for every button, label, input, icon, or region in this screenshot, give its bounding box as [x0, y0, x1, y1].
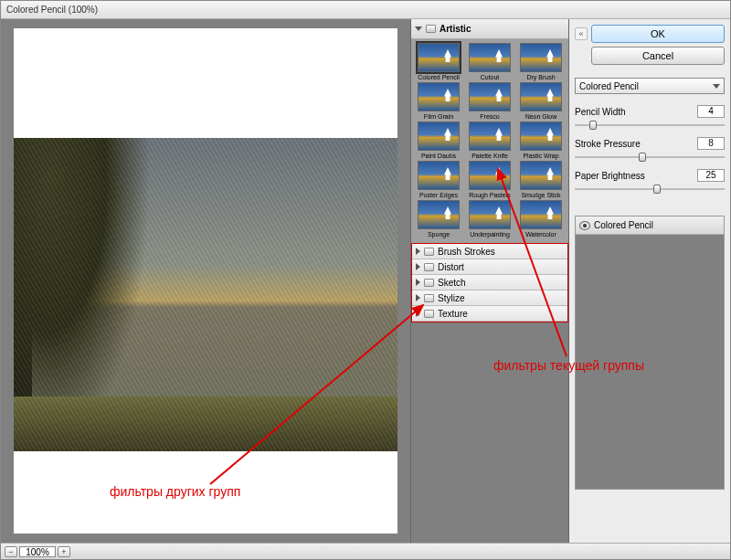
- thumb-image: [418, 161, 460, 190]
- thumb-label: Film Grain: [424, 113, 453, 120]
- category-label: Distort: [438, 262, 464, 272]
- filter-select[interactable]: Colored Pencil: [575, 78, 725, 94]
- gallery-empty-area: [411, 322, 568, 543]
- thumb-label: Sponge: [428, 231, 450, 238]
- filter-thumb-colored-pencil[interactable]: Colored Pencil: [415, 43, 462, 80]
- category-label: Artistic: [440, 24, 471, 34]
- bottom-bar: − 100% +: [1, 543, 730, 559]
- chevron-right-icon: [416, 248, 420, 255]
- thumb-label: Colored Pencil: [418, 74, 460, 80]
- zoom-in-button[interactable]: +: [58, 546, 70, 557]
- filter-select-value: Colored Pencil: [579, 81, 639, 91]
- folder-icon: [424, 263, 434, 271]
- thumb-label: Paint Daubs: [421, 153, 456, 159]
- thumb-image: [418, 82, 460, 111]
- thumb-label: Underpainting: [470, 231, 510, 238]
- category-label: Sketch: [438, 278, 466, 288]
- thumb-label: Dry Brush: [526, 74, 555, 80]
- folder-icon: [424, 248, 434, 256]
- param-value[interactable]: 4: [697, 105, 725, 118]
- param-slider[interactable]: [575, 153, 725, 162]
- filter-thumb-paint-daubs[interactable]: Paint Daubs: [415, 122, 462, 159]
- preview-canvas[interactable]: [14, 28, 397, 534]
- param-value[interactable]: 8: [697, 137, 725, 150]
- zoom-out-button[interactable]: −: [5, 546, 17, 557]
- filter-gallery-pane: Artistic Colored PencilCutoutDry BrushFi…: [411, 19, 569, 543]
- filter-thumb-neon-glow[interactable]: Neon Glow: [517, 82, 565, 120]
- filter-thumb-plastic-wrap[interactable]: Plastic Wrap: [517, 122, 565, 159]
- thumb-image: [418, 122, 460, 151]
- thumb-image: [469, 82, 511, 111]
- thumb-image: [520, 161, 562, 190]
- chevron-right-icon: [416, 294, 420, 301]
- filter-thumb-watercolor[interactable]: Watercolor: [517, 200, 565, 238]
- thumb-label: Watercolor: [525, 231, 556, 238]
- other-categories-list: Brush StrokesDistortSketchStylizeTexture: [411, 243, 568, 322]
- folder-icon: [424, 294, 434, 302]
- chevron-right-icon: [416, 263, 420, 270]
- param-label: Pencil Width: [575, 107, 626, 117]
- filter-gallery-window: Colored Pencil (100%) Artistic Colored P…: [0, 0, 731, 560]
- effect-layer-label: Colored Pencil: [594, 220, 653, 230]
- filter-thumb-film-grain[interactable]: Film Grain: [415, 82, 462, 120]
- thumb-label: Cutout: [481, 74, 500, 80]
- thumb-image: [520, 82, 562, 111]
- category-brush-strokes[interactable]: Brush Strokes: [412, 244, 567, 259]
- controls-pane: « OK Cancel Colored Pencil Pencil Width4…: [569, 19, 730, 543]
- title-bar: Colored Pencil (100%): [1, 1, 730, 19]
- filter-thumb-dry-brush[interactable]: Dry Brush: [517, 43, 565, 80]
- filter-thumb-underpainting[interactable]: Underpainting: [466, 200, 514, 238]
- content-area: Artistic Colored PencilCutoutDry BrushFi…: [1, 19, 730, 543]
- thumb-image: [418, 43, 460, 72]
- thumb-image: [520, 43, 562, 72]
- category-artistic-header[interactable]: Artistic: [411, 19, 568, 39]
- param-label: Paper Brightness: [575, 171, 645, 181]
- effect-layers-panel: Colored Pencil: [575, 216, 725, 490]
- filter-thumb-palette-knife[interactable]: Palette Knife: [466, 122, 514, 159]
- thumb-image: [520, 200, 562, 229]
- param-paper-brightness: Paper Brightness25: [575, 169, 725, 194]
- zoom-field[interactable]: 100%: [19, 546, 56, 557]
- filter-thumb-poster-edges[interactable]: Poster Edges: [415, 161, 462, 198]
- filter-thumb-sponge[interactable]: Sponge: [415, 200, 462, 238]
- thumb-image: [469, 122, 511, 151]
- chevron-down-icon: [713, 84, 720, 89]
- thumb-label: Poster Edges: [419, 192, 458, 198]
- expander-button[interactable]: «: [575, 27, 588, 40]
- folder-icon: [424, 310, 434, 318]
- thumb-label: Fresco: [480, 113, 499, 120]
- param-value[interactable]: 25: [697, 169, 725, 182]
- thumb-label: Rough Pastels: [469, 192, 511, 198]
- category-stylize[interactable]: Stylize: [412, 291, 567, 306]
- thumb-label: Plastic Wrap: [523, 153, 558, 159]
- filter-thumb-fresco[interactable]: Fresco: [466, 82, 514, 120]
- category-texture[interactable]: Texture: [412, 306, 567, 322]
- param-slider[interactable]: [575, 121, 725, 130]
- filter-thumb-cutout[interactable]: Cutout: [466, 43, 514, 80]
- window-title: Colored Pencil (100%): [6, 5, 98, 15]
- category-sketch[interactable]: Sketch: [412, 275, 567, 291]
- preview-pane: [1, 19, 411, 543]
- thumb-label: Neon Glow: [525, 113, 557, 120]
- chevron-down-icon: [415, 26, 422, 31]
- ok-button[interactable]: OK: [591, 25, 725, 43]
- eye-icon[interactable]: [579, 221, 590, 230]
- param-stroke-pressure: Stroke Pressure8: [575, 137, 725, 162]
- param-pencil-width: Pencil Width4: [575, 105, 725, 130]
- param-label: Stroke Pressure: [575, 139, 641, 149]
- folder-icon: [424, 279, 434, 287]
- thumb-label: Smudge Stick: [521, 192, 560, 198]
- chevron-right-icon: [416, 310, 420, 317]
- effect-layer-row[interactable]: Colored Pencil: [576, 217, 724, 235]
- category-distort[interactable]: Distort: [412, 259, 567, 275]
- param-slider[interactable]: [575, 185, 725, 194]
- folder-icon: [426, 25, 436, 33]
- cancel-button[interactable]: Cancel: [591, 47, 725, 65]
- category-label: Brush Strokes: [438, 247, 495, 257]
- thumb-label: Palette Knife: [471, 153, 508, 159]
- filter-thumb-smudge-stick[interactable]: Smudge Stick: [517, 161, 565, 198]
- thumb-image: [469, 43, 511, 72]
- filter-thumb-rough-pastels[interactable]: Rough Pastels: [466, 161, 514, 198]
- thumb-image: [469, 161, 511, 190]
- thumb-image: [469, 200, 511, 229]
